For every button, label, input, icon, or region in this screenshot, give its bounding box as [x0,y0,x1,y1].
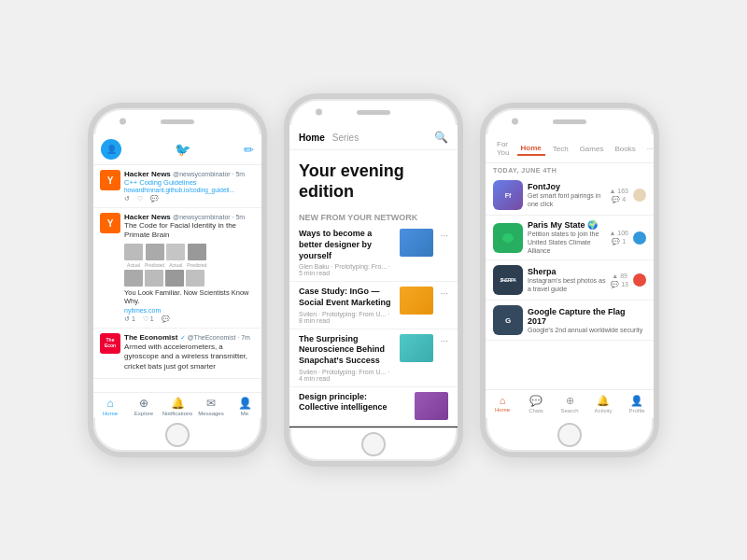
face-4 [145,270,163,287]
gcf-info: Google Capture the Flag 2017 Google's 2n… [528,307,646,334]
ph-nav-home[interactable]: ⌂ Home [486,393,519,415]
camera-dot [120,119,126,125]
ph-tab-books[interactable]: Books [611,143,639,155]
paris-thumb [493,223,523,253]
ph-tab-foryou[interactable]: For You [493,138,514,159]
phone-ph-bottom [486,418,654,452]
like-action2[interactable]: ♡ 1 [143,315,154,323]
me-icon: 👤 [238,397,252,410]
ph-tab-tech[interactable]: Tech [549,143,572,155]
ph-item-paris[interactable]: Paris My State 🌍 Petition states to join… [486,216,654,260]
paris-votes: ▲ 106 [609,230,628,236]
medium-article-3[interactable]: The Surprising Neuroscience Behind Snapc… [289,329,458,387]
face-5 [165,270,184,287]
article-thumb-1 [400,229,433,257]
article-dots-1[interactable]: ··· [441,229,448,241]
article-meta-2: Svilen · Prototyping: From U... · 8 min … [299,311,394,324]
like-action[interactable]: ♡ [137,195,143,203]
retweet-action[interactable]: ↺ [124,195,130,203]
ph-item-fontjoy[interactable]: Ff FontJoy Get smart font pairings in on… [486,175,654,216]
face-predicted-2 [188,244,206,260]
sherpa-thumb: $HERPA [493,265,523,295]
ph-tab-games[interactable]: Games [576,143,608,155]
face-predicted-1 [146,244,164,260]
face-3 [124,270,143,287]
search-icon[interactable]: 🔍 [434,131,448,144]
notifications-icon: 🔔 [171,397,185,410]
article-dots-3[interactable]: ··· [441,334,448,346]
face-actual-1 [124,244,143,260]
tab-me-label: Me [241,411,248,416]
twitter-bottom-nav: ⌂ Home ⊕ Explore 🔔 Notifications ✉ Messa… [93,392,261,418]
ph-nav-search[interactable]: ⊕ Search [553,393,586,415]
medium-tab-series[interactable]: Series [332,133,359,143]
tab-home-label: Home [103,411,118,416]
medium-article-1[interactable]: Ways to become a better designer by your… [289,224,458,282]
speaker [161,119,194,124]
paris-user-avatar [633,231,646,245]
paris-desc: Petition states to join the United State… [528,230,604,255]
ph-activity-icon: 🔔 [597,395,610,407]
ph-profile-icon: 👤 [630,395,643,407]
ph-nav-activity[interactable]: 🔔 Activity [586,393,620,415]
tab-notifications[interactable]: 🔔 Notifications [161,393,194,418]
retweet-action2[interactable]: ↺ 1 [124,315,135,323]
ph-nav-activity-label: Activity [594,408,612,413]
ph-tab-home[interactable]: Home [517,142,545,156]
ph-nav-chats-label: Chats [529,408,543,413]
phone-twitter: 👤 🐦 ✏ Y Hacker News @newsycombinator · 5… [88,103,267,457]
twitter-avatar[interactable]: 👤 [101,139,121,160]
medium-article-2[interactable]: Case Study: InGo — Social Event Marketin… [289,282,458,329]
article-info-4: Design principle: Collective intelligenc… [299,392,409,415]
ph-chats-icon: 💬 [529,395,543,407]
home-button3[interactable] [557,423,582,447]
sherpa-desc: Instagram's best photos as a travel guid… [528,276,606,293]
tab-me[interactable]: 👤 Me [228,393,261,418]
tweet-link2[interactable]: howardhinnant.github.io/coding_guideli..… [124,187,245,193]
tweet-row-faces: Y Hacker News @newsycombinator · 5m The … [93,208,261,329]
tweet-row: Y Hacker News @newsycombinator · 5m C++ … [93,165,261,208]
hn-logo: Y [100,170,120,190]
tweet-economist: The Econ The Economist ✓ @TheEconomist ·… [93,329,261,379]
article-meta-1: Glen Baku · Prototyping: Fro... · 5 min … [299,263,394,276]
ph-item-sherpa[interactable]: $HERPA Sherpa Instagram's best photos as… [486,260,654,301]
article-thumb-4 [415,392,448,420]
reply-action2[interactable]: 💬 [162,315,170,323]
sherpa-votes: ▲ 89 [612,273,627,279]
ph-nav-chats[interactable]: 💬 Chats [519,393,553,415]
tweet-subtext: You Look Familiar. Now Scientists Know W… [124,288,255,305]
medium-tab-home[interactable]: Home [299,133,325,143]
home-button[interactable] [165,423,190,447]
ph-item-gcf[interactable]: G Google Capture the Flag 2017 Google's … [486,301,654,341]
medium-article-4[interactable]: Design principle: Collective intelligenc… [289,387,458,426]
tab-explore[interactable]: ⊕ Explore [127,393,161,418]
ph-tab-more[interactable]: ··· [643,143,654,155]
article-title-1: Ways to become a better designer by your… [299,229,394,261]
phone-twitter-top [93,108,261,134]
phone-medium: Home Series 🔍 Your evening edition New f… [284,93,463,467]
article-dots-2[interactable]: ··· [441,287,448,299]
economist-text: Armed with accelerometers, a gyroscope a… [124,343,255,371]
speaker2 [357,110,390,115]
tweet-link[interactable]: C++ Coding Guidelines [124,178,245,187]
article-info-2: Case Study: InGo — Social Event Marketin… [299,287,394,323]
ph-home-icon: ⌂ [500,395,506,406]
medium-screen: Home Series 🔍 Your evening edition New f… [289,125,458,427]
economist-logo: The Econ [100,333,120,354]
tab-home[interactable]: ⌂ Home [93,393,127,418]
ph-nav-profile[interactable]: 👤 Profile [620,393,654,415]
tab-msg-label: Messages [198,411,223,416]
article-thumb-2 [400,287,433,315]
ph-date-label: Today, June 4th [486,163,654,175]
tweet-name: Hacker News [124,170,173,178]
compose-icon[interactable]: ✏ [244,143,254,157]
home-button2[interactable] [361,432,386,456]
twitter-header: 👤 🐦 ✏ [93,134,261,165]
fontjoy-desc: Get smart font pairings in one click [528,191,604,208]
tab-messages[interactable]: ✉ Messages [194,393,228,418]
article-link[interactable]: nytimes.com [124,307,255,314]
scene: 👤 🐦 ✏ Y Hacker News @newsycombinator · 5… [69,75,678,485]
reply-action[interactable]: 💬 [150,195,159,203]
phone-twitter-bottom [93,418,261,452]
camera-dot2 [316,109,322,116]
